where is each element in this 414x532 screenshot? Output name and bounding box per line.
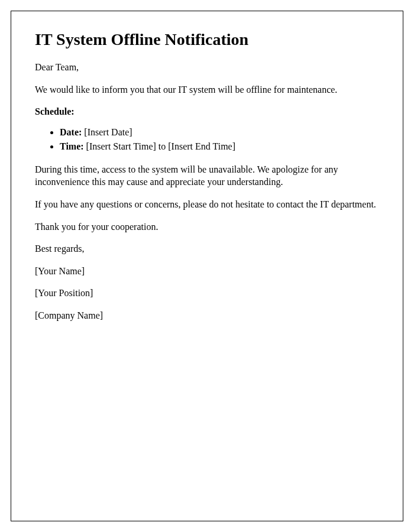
- signature-company: [Company Name]: [35, 309, 379, 322]
- schedule-list: Date: [Insert Date] Time: [Insert Start …: [60, 125, 379, 154]
- document-container: IT System Offline Notification Dear Team…: [11, 11, 403, 521]
- document-title: IT System Offline Notification: [35, 30, 379, 49]
- greeting-text: Dear Team,: [35, 61, 379, 74]
- schedule-date-item: Date: [Insert Date]: [60, 125, 379, 140]
- intro-text: We would like to inform you that our IT …: [35, 83, 379, 96]
- time-value: [Insert Start Time] to [Insert End Time]: [84, 141, 235, 151]
- schedule-heading: Schedule:: [35, 105, 379, 118]
- date-label: Date:: [60, 127, 82, 137]
- body-paragraph-1: During this time, access to the system w…: [35, 163, 379, 189]
- signature-name: [Your Name]: [35, 265, 379, 278]
- body-paragraph-2: If you have any questions or concerns, p…: [35, 198, 379, 211]
- date-value: [Insert Date]: [82, 127, 132, 137]
- closing-text: Best regards,: [35, 242, 379, 255]
- thanks-text: Thank you for your cooperation.: [35, 220, 379, 233]
- schedule-time-item: Time: [Insert Start Time] to [Insert End…: [60, 140, 379, 154]
- signature-position: [Your Position]: [35, 287, 379, 300]
- time-label: Time:: [60, 141, 84, 151]
